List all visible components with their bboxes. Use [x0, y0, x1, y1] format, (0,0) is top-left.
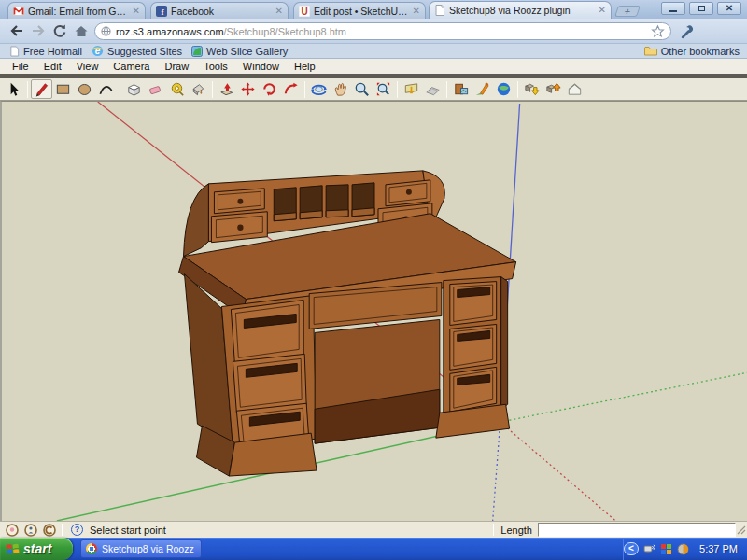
- move-tool-button[interactable]: [237, 79, 259, 99]
- zoom-extents-tool-button[interactable]: [373, 79, 394, 99]
- tab-close-icon[interactable]: ✕: [275, 7, 283, 16]
- paint-bucket-tool-button[interactable]: [188, 79, 209, 99]
- bookmark-label: Suggested Sites: [107, 46, 182, 57]
- sketchup-viewport[interactable]: [0, 101, 747, 521]
- tab-facebook[interactable]: f Facebook ✕: [150, 2, 289, 19]
- paint-bucket-icon: [190, 80, 207, 98]
- close-button[interactable]: ✕: [717, 2, 741, 15]
- gmail-icon: [13, 6, 24, 17]
- help-question-icon[interactable]: ?: [71, 524, 83, 536]
- back-button[interactable]: [7, 21, 26, 40]
- bookmark-free-hotmail[interactable]: Free Hotmail: [9, 46, 82, 57]
- menu-draw[interactable]: Draw: [162, 61, 191, 72]
- push-pull-tool-button[interactable]: [216, 79, 237, 99]
- new-tab-button[interactable]: +: [614, 6, 641, 17]
- building-maker-tool-button[interactable]: [472, 79, 493, 99]
- tab-close-icon[interactable]: ✕: [133, 7, 140, 16]
- move-icon: [239, 80, 257, 98]
- terrain-icon: [424, 80, 442, 98]
- tab-title: Edit post • SketchUcation C...: [314, 6, 409, 17]
- orbit-tool-button[interactable]: [308, 79, 330, 99]
- get-models-tool-button[interactable]: [521, 79, 543, 99]
- bookmark-star-icon[interactable]: [651, 24, 665, 38]
- measurements-input[interactable]: [538, 523, 736, 537]
- taskbar-task-sketchup8[interactable]: Sketchup8 via Roozz ...: [80, 539, 202, 558]
- toolbar-separator: [517, 81, 518, 98]
- forward-button[interactable]: [29, 21, 48, 40]
- menu-file[interactable]: File: [9, 61, 32, 72]
- tape-measure-tool-button[interactable]: [166, 79, 188, 99]
- tab-sketchucation[interactable]: U Edit post • SketchUcation C... ✕: [293, 2, 426, 19]
- geolocation-status-icon[interactable]: [6, 524, 19, 537]
- start-button[interactable]: start: [0, 538, 73, 560]
- wrench-icon: [680, 23, 696, 39]
- select-tool-button[interactable]: [3, 79, 24, 99]
- bookmark-web-slice-gallery[interactable]: Web Slice Gallery: [191, 46, 288, 57]
- menu-edit[interactable]: Edit: [41, 61, 64, 72]
- make-component-tool-button[interactable]: [123, 79, 145, 99]
- pencil-icon: [33, 80, 50, 98]
- photo-textures-tool-button[interactable]: [450, 79, 472, 99]
- share-model-tool-button[interactable]: [543, 79, 564, 99]
- eraser-tool-button[interactable]: [145, 79, 166, 99]
- menu-view[interactable]: View: [74, 61, 102, 72]
- update-tray-icon[interactable]: [677, 543, 689, 555]
- resize-grip[interactable]: [737, 525, 746, 535]
- line-tool-button[interactable]: [31, 79, 52, 99]
- statusbar-divider: [493, 524, 494, 536]
- wrench-menu-button[interactable]: [678, 21, 697, 40]
- network-tray-icon[interactable]: [643, 543, 655, 555]
- bookmark-label: Web Slice Gallery: [206, 46, 288, 57]
- claim-credit-status-icon[interactable]: [43, 524, 56, 537]
- toolbar-separator: [397, 81, 398, 98]
- bookmark-suggested-sites[interactable]: e Suggested Sites: [92, 45, 182, 57]
- back-icon: [8, 22, 25, 39]
- home-button[interactable]: [72, 21, 91, 40]
- tab-close-icon[interactable]: ✕: [413, 7, 420, 16]
- rotate-icon: [261, 80, 278, 98]
- follow-me-tool-button[interactable]: [280, 79, 302, 99]
- menu-tools[interactable]: Tools: [201, 61, 231, 72]
- circle-tool-button[interactable]: [74, 79, 95, 99]
- toggle-terrain-tool-button[interactable]: [422, 79, 444, 99]
- menu-help[interactable]: Help: [291, 61, 318, 72]
- menu-camera[interactable]: Camera: [110, 61, 152, 72]
- warehouse-house-icon: [566, 80, 584, 98]
- add-location-tool-button[interactable]: [401, 79, 422, 99]
- tray-collapse-chevron[interactable]: <: [624, 542, 639, 555]
- address-bar[interactable]: roz.s3.amazonaws.com/Sketchup8/Sketchup8…: [94, 22, 671, 40]
- tab-title: Facebook: [171, 6, 272, 17]
- pan-tool-button[interactable]: [330, 79, 351, 99]
- zoom-tool-button[interactable]: [351, 79, 373, 99]
- restore-button[interactable]: [689, 2, 713, 15]
- rotate-tool-button[interactable]: [259, 79, 280, 99]
- clock[interactable]: 5:37 PM: [699, 543, 738, 554]
- reload-button[interactable]: [50, 21, 69, 40]
- toolbar-separator: [212, 81, 213, 98]
- browser-tab-strip: Gmail: Email from Google ✕ f Facebook ✕ …: [0, 0, 747, 19]
- security-center-tray-icon[interactable]: [660, 543, 672, 555]
- credits-status-icon[interactable]: [24, 524, 37, 537]
- toolbar-separator: [304, 81, 305, 98]
- sketchup-toolbar: [0, 78, 747, 101]
- google-earth-tool-button[interactable]: [493, 79, 514, 99]
- component-box-icon: [125, 80, 143, 98]
- rectangle-tool-button[interactable]: [52, 79, 74, 99]
- photo-textures-icon: [452, 80, 470, 98]
- minimize-icon: [669, 10, 677, 12]
- menu-window[interactable]: Window: [240, 61, 282, 72]
- chrome-icon: [86, 543, 97, 554]
- arc-tool-button[interactable]: [95, 79, 117, 99]
- sketchup-menu-bar: File Edit View Camera Draw Tools Window …: [0, 59, 747, 74]
- other-bookmarks-button[interactable]: Other bookmarks: [644, 46, 740, 57]
- push-pull-icon: [218, 80, 235, 98]
- circle-icon: [76, 80, 93, 98]
- tab-gmail[interactable]: Gmail: Email from Google ✕: [7, 2, 146, 19]
- restore-icon: [698, 6, 705, 11]
- tab-close-icon[interactable]: ✕: [599, 6, 606, 15]
- minimize-button[interactable]: [661, 2, 685, 15]
- toolbar-separator: [27, 81, 28, 98]
- get-models-icon: [523, 80, 541, 98]
- tab-sketchup8-active[interactable]: Sketchup8 via Roozz plugin ✕: [429, 1, 612, 19]
- warehouse-tool-button[interactable]: [564, 79, 585, 99]
